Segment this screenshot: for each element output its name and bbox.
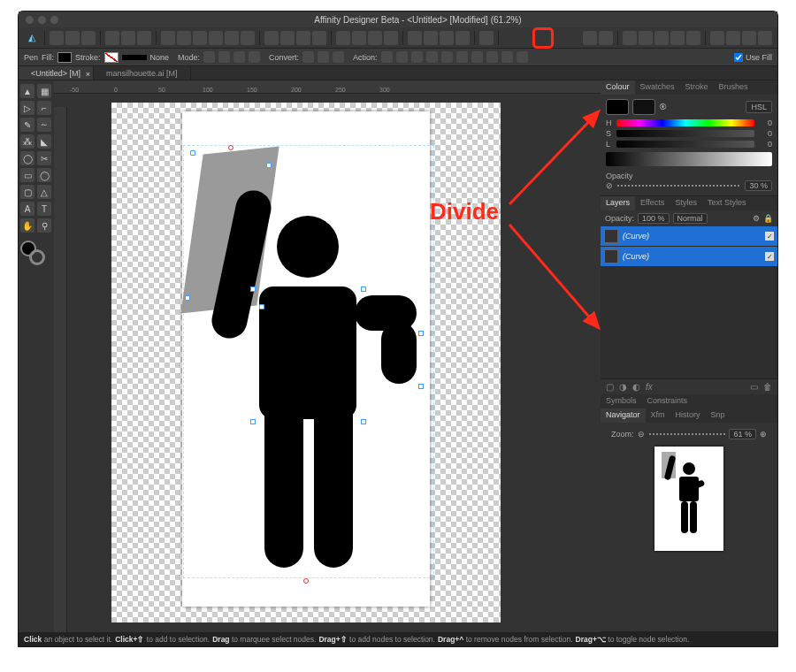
convert-smart-icon[interactable] bbox=[333, 51, 344, 63]
corner-tool-icon[interactable]: ⌐ bbox=[37, 101, 51, 115]
close-tab-icon[interactable]: × bbox=[86, 67, 90, 81]
stroke-width-value[interactable]: None bbox=[150, 53, 170, 62]
canvas[interactable]: Divide bbox=[54, 94, 601, 632]
layer-visible-checkbox[interactable]: ✓ bbox=[765, 252, 774, 261]
action-break-icon[interactable] bbox=[381, 51, 393, 63]
persona-designer-icon[interactable] bbox=[50, 31, 64, 45]
layer-list[interactable]: (Curve) ✓ (Curve) ✓ bbox=[601, 226, 777, 378]
tab-styles[interactable]: Styles bbox=[670, 196, 702, 210]
document-tab-untitled[interactable]: <Untitled> [M]× bbox=[19, 66, 94, 80]
adjustment-icon[interactable]: ◐ bbox=[632, 382, 640, 392]
tab-swatches[interactable]: Swatches bbox=[635, 80, 680, 95]
align-left-icon[interactable] bbox=[161, 31, 175, 45]
saturation-slider[interactable] bbox=[616, 130, 754, 137]
align-vcenter-icon[interactable] bbox=[225, 31, 239, 45]
action-b-icon[interactable] bbox=[471, 51, 483, 63]
intersect-boolean-icon[interactable] bbox=[654, 31, 669, 45]
noise-toggle-icon[interactable]: ⊘ bbox=[606, 181, 613, 190]
ellipse-tool-icon[interactable]: ◯ bbox=[37, 168, 51, 182]
mask-layer-icon[interactable]: ◑ bbox=[619, 382, 627, 392]
flip-v-icon[interactable] bbox=[424, 31, 438, 45]
shape-tool-icon[interactable]: ▭ bbox=[20, 168, 34, 182]
fill-stroke-selector[interactable] bbox=[20, 241, 45, 265]
stroke-well-icon[interactable] bbox=[29, 249, 45, 265]
document-tab-mansilhouette[interactable]: mansilhouette.ai [M] bbox=[94, 66, 191, 80]
rounded-rect-icon[interactable]: ▢ bbox=[20, 185, 34, 199]
fx-icon[interactable]: fx bbox=[646, 382, 653, 392]
action-c-icon[interactable] bbox=[486, 51, 498, 63]
stroke-swatch[interactable] bbox=[104, 52, 119, 63]
insert-behind-icon[interactable] bbox=[742, 31, 756, 45]
zoom-tool-icon[interactable]: ⚲ bbox=[37, 218, 51, 233]
pencil-tool-icon[interactable]: ～ bbox=[37, 118, 51, 132]
grid-icon[interactable] bbox=[105, 31, 119, 45]
mode-polygon-icon[interactable] bbox=[233, 51, 245, 63]
art-text-icon[interactable]: T bbox=[37, 202, 51, 216]
zoom-out-icon[interactable]: ⊖ bbox=[638, 430, 645, 439]
lock-icon[interactable] bbox=[479, 31, 494, 45]
align-right-icon[interactable] bbox=[193, 31, 207, 45]
divide-boolean-icon[interactable] bbox=[670, 31, 685, 45]
color-model-select[interactable]: HSL bbox=[746, 101, 772, 113]
action-e-icon[interactable] bbox=[517, 51, 528, 63]
hand-tool-icon[interactable]: ✋ bbox=[20, 218, 34, 233]
insert-target-icon[interactable] bbox=[710, 31, 724, 45]
tab-symbols[interactable]: Symbols bbox=[601, 394, 642, 409]
hue-slider[interactable] bbox=[616, 119, 754, 126]
align-bottom-icon[interactable] bbox=[241, 31, 255, 45]
layer-row[interactable]: (Curve) ✓ bbox=[601, 247, 777, 267]
triangle-tool-icon[interactable]: △ bbox=[37, 185, 51, 199]
convert-smooth-icon[interactable] bbox=[318, 51, 329, 63]
tab-brushes[interactable]: Brushes bbox=[714, 80, 754, 95]
add-boolean-icon[interactable] bbox=[623, 31, 637, 45]
insert-inside-icon[interactable] bbox=[726, 31, 740, 45]
text-frame-icon[interactable]: A bbox=[20, 202, 34, 216]
move-forward-icon[interactable] bbox=[368, 31, 382, 45]
action-close-icon[interactable] bbox=[396, 51, 408, 63]
layer-row[interactable]: (Curve) ✓ bbox=[601, 226, 777, 247]
artboard-tool-icon[interactable]: ▦ bbox=[37, 84, 51, 98]
lightness-slider[interactable] bbox=[616, 141, 754, 148]
mode-line-icon[interactable] bbox=[249, 51, 260, 63]
color-well-primary[interactable] bbox=[606, 99, 629, 115]
minimize-window-icon[interactable] bbox=[38, 16, 46, 24]
horizontal-ruler[interactable]: -50 0 50 100 150 200 250 300 bbox=[54, 80, 601, 94]
opacity-slider[interactable] bbox=[616, 184, 741, 187]
persona-export-icon[interactable] bbox=[81, 31, 96, 45]
mode-smart-icon[interactable] bbox=[218, 51, 230, 63]
tab-snapping[interactable]: Snp bbox=[706, 409, 731, 423]
align-top-icon[interactable] bbox=[209, 31, 223, 45]
action-join-icon[interactable] bbox=[426, 51, 438, 63]
fill-tool-icon[interactable]: ◣ bbox=[37, 134, 51, 149]
mode-pen-icon[interactable] bbox=[203, 51, 215, 63]
lock-layer-icon[interactable]: 🔒 bbox=[763, 214, 773, 223]
subtract-boolean-icon[interactable] bbox=[639, 31, 653, 45]
flip-h-icon[interactable] bbox=[408, 31, 422, 45]
move-front-icon[interactable] bbox=[384, 31, 398, 45]
node-tool-icon[interactable]: ▷ bbox=[20, 101, 34, 115]
layer-visible-checkbox[interactable]: ✓ bbox=[765, 232, 774, 241]
persona-pixel-icon[interactable] bbox=[65, 31, 80, 45]
guide-icon[interactable] bbox=[137, 31, 151, 45]
space-h-icon[interactable] bbox=[296, 31, 310, 45]
zoom-in-icon[interactable]: ⊕ bbox=[760, 430, 767, 439]
add-layer-icon[interactable]: ▢ bbox=[606, 382, 614, 392]
stroke-preview[interactable] bbox=[122, 55, 147, 60]
tab-layers[interactable]: Layers bbox=[601, 196, 635, 210]
eyedropper-icon[interactable]: ⦿ bbox=[659, 103, 668, 111]
action-smooth-icon[interactable] bbox=[411, 51, 423, 63]
use-fill-checkbox[interactable]: Use Fill bbox=[734, 53, 772, 62]
tab-constraints[interactable]: Constraints bbox=[642, 394, 693, 409]
move-back-icon[interactable] bbox=[336, 31, 350, 45]
corner-icon[interactable] bbox=[599, 31, 613, 45]
action-reverse-icon[interactable] bbox=[441, 51, 453, 63]
combine-boolean-icon[interactable] bbox=[686, 31, 700, 45]
convert-sharp-icon[interactable] bbox=[302, 51, 314, 63]
insert-front-icon[interactable] bbox=[758, 31, 772, 45]
close-window-icon[interactable] bbox=[26, 16, 34, 24]
transparency-tool-icon[interactable]: ◯ bbox=[20, 151, 34, 165]
layer-options-icon[interactable]: ⚙ bbox=[753, 214, 760, 223]
align-hcenter-icon[interactable] bbox=[177, 31, 191, 45]
zoom-slider[interactable] bbox=[648, 432, 726, 436]
pen-tool-icon[interactable]: ✎ bbox=[20, 118, 34, 132]
